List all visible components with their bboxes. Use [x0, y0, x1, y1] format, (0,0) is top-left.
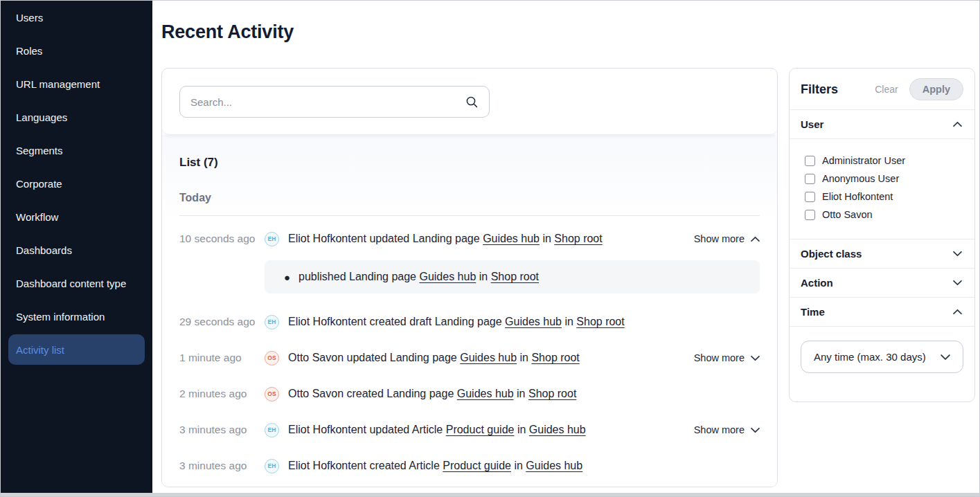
- group-divider: [179, 215, 760, 216]
- sidebar-item-dashboard-content-type[interactable]: Dashboard content type: [1, 266, 152, 300]
- detail-connector: in: [479, 271, 488, 282]
- location-link[interactable]: Shop root: [528, 388, 576, 399]
- location-link[interactable]: Shop root: [576, 316, 624, 327]
- search-section: [162, 69, 777, 135]
- activity-text: Eliot Hofkontent created draft Landing p…: [288, 316, 760, 328]
- filter-section-label: User: [801, 118, 823, 130]
- sidebar-item-users[interactable]: Users: [1, 1, 152, 34]
- chevron-down-icon: [953, 280, 962, 286]
- time-range-value: Any time (max. 30 days): [814, 351, 926, 363]
- sidebar-item-system-information[interactable]: System information: [1, 300, 152, 333]
- main-content: Recent Activity List (7) Today: [152, 1, 979, 496]
- search-input[interactable]: [190, 96, 465, 108]
- activity-text: Otto Savon updated Landing page Guides h…: [288, 352, 683, 364]
- activity-connector: in: [517, 388, 525, 399]
- activity-card: List (7) Today 10 seconds ago EH Eliot H…: [161, 68, 778, 487]
- content-link[interactable]: Guides hub: [419, 271, 476, 282]
- chevron-up-icon: [953, 121, 962, 127]
- search-box: [179, 86, 490, 118]
- activity-prefix: Otto Savon updated Landing page: [288, 352, 457, 363]
- show-more-toggle[interactable]: Show more: [683, 233, 760, 244]
- filter-section-label: Time: [801, 306, 825, 318]
- show-more-label: Show more: [694, 352, 745, 363]
- app-viewport: Users Roles URL management Languages Seg…: [0, 0, 980, 497]
- user-option-eliot[interactable]: Eliot Hofkontent: [805, 188, 963, 206]
- location-link[interactable]: Guides hub: [529, 424, 586, 435]
- activity-timestamp: 1 minute ago: [179, 352, 265, 364]
- chevron-down-icon: [953, 251, 962, 257]
- activity-connector: in: [564, 316, 573, 327]
- sidebar-item-roles[interactable]: Roles: [1, 34, 152, 67]
- sidebar-item-segments[interactable]: Segments: [1, 134, 152, 167]
- content-link[interactable]: Product guide: [446, 424, 515, 435]
- sidebar-item-dashboards[interactable]: Dashboards: [1, 233, 152, 266]
- avatar: OS: [265, 351, 279, 365]
- filter-section-label: Action: [801, 277, 833, 289]
- content-link[interactable]: Guides hub: [457, 388, 514, 399]
- search-icon[interactable]: [465, 96, 479, 109]
- filter-section-time[interactable]: Time: [790, 298, 974, 327]
- user-option-administrator[interactable]: Administrator User: [805, 152, 963, 170]
- location-link[interactable]: Guides hub: [526, 460, 582, 471]
- show-more-toggle[interactable]: Show more: [683, 424, 760, 435]
- activity-list: List (7) Today 10 seconds ago EH Eliot H…: [162, 135, 777, 487]
- checkbox-administrator-user[interactable]: [805, 156, 815, 166]
- activity-prefix: Eliot Hofkontent updated Landing page: [288, 233, 480, 244]
- time-filter-body: Any time (max. 30 days): [790, 327, 974, 387]
- clear-filters-button[interactable]: Clear: [875, 84, 898, 95]
- sidebar-item-corporate[interactable]: Corporate: [1, 167, 152, 200]
- avatar: EH: [265, 232, 279, 246]
- apply-filters-button[interactable]: Apply: [909, 78, 963, 100]
- sidebar-item-activity-list[interactable]: Activity list: [8, 334, 145, 365]
- filter-section-label: Object class: [801, 248, 862, 260]
- activity-text: Eliot Hofkontent created Article Product…: [288, 460, 760, 472]
- checkbox-anonymous-user[interactable]: [805, 174, 815, 184]
- user-filter-options: Administrator User Anonymous User Eliot …: [790, 139, 974, 240]
- filter-section-object-class[interactable]: Object class: [790, 240, 974, 269]
- location-link[interactable]: Shop root: [491, 271, 539, 282]
- activity-row: 3 minutes ago EH Eliot Hofkontent update…: [179, 422, 760, 437]
- checkbox-label: Administrator User: [822, 155, 905, 166]
- show-more-toggle[interactable]: Show more: [683, 352, 760, 363]
- bullet-icon: ●: [284, 271, 290, 283]
- activity-timestamp: 3 minutes ago: [179, 424, 265, 436]
- content-link[interactable]: Guides hub: [460, 352, 517, 363]
- horizontal-scrollbar[interactable]: [1, 493, 979, 496]
- content-link[interactable]: Guides hub: [505, 316, 562, 327]
- filters-panel: Filters Clear Apply User Administrator U…: [789, 68, 975, 402]
- user-option-anonymous[interactable]: Anonymous User: [805, 170, 963, 188]
- checkbox-otto-savon[interactable]: [805, 210, 815, 220]
- activity-prefix: Otto Savon created Landing page: [288, 388, 454, 399]
- sidebar: Users Roles URL management Languages Seg…: [1, 1, 152, 496]
- avatar: OS: [265, 387, 279, 401]
- content-link[interactable]: Guides hub: [483, 233, 540, 244]
- activity-row: 1 minute ago OS Otto Savon updated Landi…: [179, 350, 760, 365]
- activity-text: Otto Savon created Landing page Guides h…: [288, 388, 760, 400]
- time-range-select[interactable]: Any time (max. 30 days): [801, 341, 963, 373]
- avatar: EH: [265, 315, 279, 329]
- activity-text: Eliot Hofkontent updated Article Product…: [288, 424, 683, 436]
- list-count-header: List (7): [179, 156, 760, 170]
- checkbox-label: Otto Savon: [822, 209, 873, 220]
- activity-connector: in: [520, 352, 528, 363]
- location-link[interactable]: Shop root: [531, 352, 579, 363]
- filter-section-user[interactable]: User: [790, 110, 974, 139]
- chevron-down-icon: [941, 354, 950, 361]
- show-more-label: Show more: [694, 424, 745, 435]
- checkbox-eliot-hofkontent[interactable]: [805, 192, 815, 202]
- activity-timestamp: 10 seconds ago: [179, 233, 265, 245]
- avatar: EH: [265, 423, 279, 437]
- detail-prefix: published Landing page: [299, 271, 416, 282]
- content-link[interactable]: Product guide: [443, 460, 511, 471]
- sidebar-item-languages[interactable]: Languages: [1, 100, 152, 134]
- filter-section-action[interactable]: Action: [790, 269, 974, 298]
- checkbox-label: Anonymous User: [822, 173, 899, 184]
- sidebar-item-workflow[interactable]: Workflow: [1, 200, 152, 233]
- show-more-label: Show more: [694, 233, 745, 244]
- activity-timestamp: 3 minutes ago: [179, 460, 265, 472]
- activity-timestamp: 2 minutes ago: [179, 388, 265, 400]
- location-link[interactable]: Shop root: [554, 233, 602, 244]
- activity-prefix: Eliot Hofkontent updated Article: [288, 424, 443, 435]
- sidebar-item-url-management[interactable]: URL management: [1, 67, 152, 100]
- user-option-otto[interactable]: Otto Savon: [805, 206, 963, 224]
